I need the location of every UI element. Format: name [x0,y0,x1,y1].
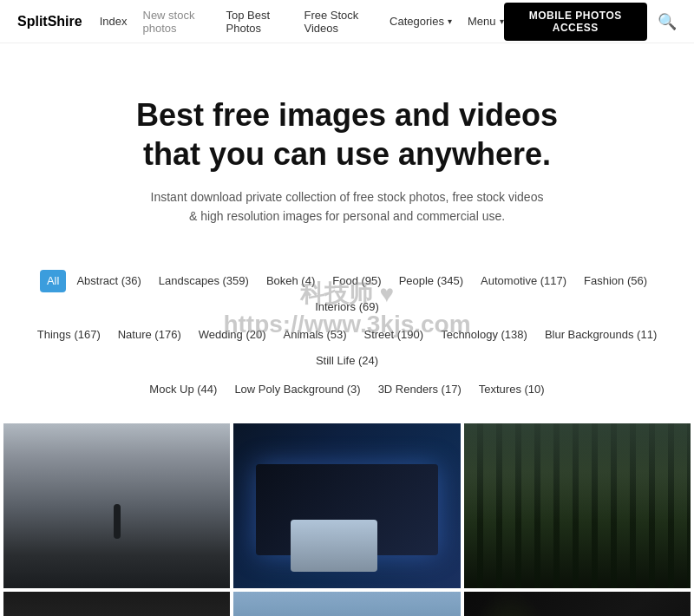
filter-interiors[interactable]: Interiors (69) [308,296,386,318]
nav-top[interactable]: Top Best Photos [226,9,289,35]
filter-row-1: All Abstract (36) Landscapes (359) Bokeh… [17,270,677,318]
filter-fashion[interactable]: Fashion (56) [577,270,654,292]
filter-renders[interactable]: 3D Renders (17) [371,378,468,401]
hero-section: Best free images and videos that you can… [0,43,694,252]
filter-abstract[interactable]: Abstract (36) [69,270,147,292]
filter-row-3: Mock Up (44) Low Poly Background (3) 3D … [17,378,677,401]
hero-subtext: Instant download private collection of f… [17,187,677,226]
logo[interactable]: SplitShire [17,14,82,29]
filter-blur[interactable]: Blur Backgrounds (11) [538,324,664,346]
filter-food[interactable]: Food (95) [325,270,388,292]
filter-textures[interactable]: Textures (10) [472,378,552,401]
filter-row-2: Things (167) Nature (176) Wedding (20) A… [17,324,677,372]
navbar-left: SplitShire Index New stock photos Top Be… [17,9,504,35]
grid-item-2[interactable] [233,423,460,588]
filter-landscapes[interactable]: Landscapes (359) [152,270,256,292]
image-jeep [3,592,230,616]
filter-animals[interactable]: Animals (53) [277,324,354,346]
filter-automotive[interactable]: Automotive (117) [474,270,573,292]
image-foggy-road [3,423,230,588]
filter-bokeh[interactable]: Bokeh (4) [259,270,322,292]
categories-chevron-icon: ▾ [448,16,452,26]
filter-people[interactable]: People (345) [392,270,470,292]
nav-new[interactable]: New stock photos [143,9,211,35]
filter-technology[interactable]: Technology (138) [434,324,534,346]
filter-things[interactable]: Things (167) [30,324,108,346]
image-laptop [233,423,460,588]
grid-item-3[interactable] [464,423,691,588]
image-mountain [233,592,460,616]
search-icon[interactable]: 🔍 [658,12,677,31]
filter-nature[interactable]: Nature (176) [111,324,188,346]
filters-section: All Abstract (36) Landscapes (359) Bokeh… [0,252,694,415]
navbar-right: MOBILE PHOTOS ACCESS 🔍 [504,3,678,41]
filter-wedding[interactable]: Wedding (20) [192,324,273,346]
image-dark-leaves [464,592,691,616]
filter-polybg[interactable]: Low Poly Background (3) [227,378,367,401]
image-grid [0,415,694,616]
nav-menu[interactable]: Menu ▾ [468,15,504,28]
nav-categories[interactable]: Categories ▾ [390,15,452,28]
filter-all[interactable]: All [40,270,66,292]
filter-stilllife[interactable]: Still Life (24) [309,350,385,372]
nav-videos[interactable]: Free Stock Videos [304,9,375,35]
grid-item-5[interactable] [233,592,460,616]
grid-item-6[interactable] [464,592,691,616]
mobile-photos-access-button[interactable]: MOBILE PHOTOS ACCESS [504,3,648,41]
grid-item-4[interactable] [3,592,230,616]
nav-links: Index New stock photos Top Best Photos F… [100,9,504,35]
image-forest [464,423,691,588]
nav-index[interactable]: Index [100,15,128,28]
filter-street[interactable]: Street (190) [357,324,431,346]
navbar: SplitShire Index New stock photos Top Be… [0,0,694,43]
grid-item-1[interactable] [3,423,230,588]
filter-mockup[interactable]: Mock Up (44) [142,378,224,401]
hero-headline: Best free images and videos that you can… [17,95,677,174]
